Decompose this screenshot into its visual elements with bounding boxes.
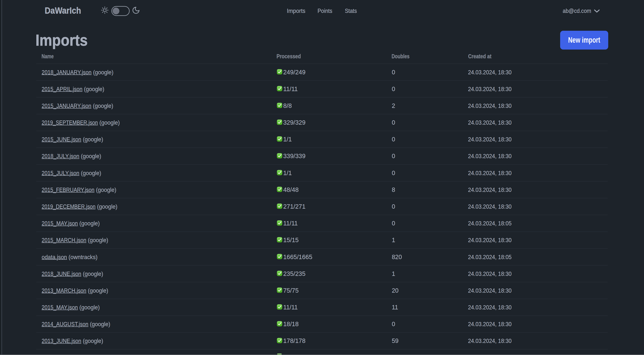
svg-text:Stats: Stats <box>345 8 357 14</box>
svg-text:(google): (google) <box>80 220 100 227</box>
svg-text:0: 0 <box>392 136 395 143</box>
svg-text:Name: Name <box>42 53 54 60</box>
svg-text:24.03.2024, 18:30: 24.03.2024, 18:30 <box>468 136 512 143</box>
svg-text:2019_SEPTEMBER.json: 2019_SEPTEMBER.json <box>42 119 98 126</box>
svg-text:24.03.2024, 18:30: 24.03.2024, 18:30 <box>468 237 512 243</box>
svg-text:0: 0 <box>392 220 395 227</box>
svg-text:2015_JANUARY.json: 2015_JANUARY.json <box>42 102 91 109</box>
svg-text:1/1: 1/1 <box>283 136 292 143</box>
svg-text:DaWarIch: DaWarIch <box>45 5 81 16</box>
svg-text:24.03.2024, 18:30: 24.03.2024, 18:30 <box>468 304 512 311</box>
svg-text:(google): (google) <box>83 338 103 344</box>
svg-text:2015_JULY.json: 2015_JULY.json <box>42 170 80 176</box>
svg-text:1: 1 <box>392 271 395 277</box>
svg-text:2015_JUNE.json: 2015_JUNE.json <box>42 136 81 143</box>
svg-text:(google): (google) <box>88 287 108 294</box>
svg-text:1: 1 <box>392 237 395 243</box>
svg-text:2019_DECEMBER.json: 2019_DECEMBER.json <box>42 203 96 210</box>
svg-text:2018_JANUARY.json: 2018_JANUARY.json <box>42 69 92 75</box>
svg-text:24.03.2024, 18:30: 24.03.2024, 18:30 <box>468 338 512 344</box>
svg-text:0: 0 <box>392 69 395 76</box>
svg-text:(google): (google) <box>100 119 120 126</box>
svg-text:2013_MARCH.json: 2013_MARCH.json <box>42 287 86 294</box>
svg-text:(google): (google) <box>81 153 101 159</box>
svg-text:(google): (google) <box>96 186 116 193</box>
svg-text:0: 0 <box>392 153 395 159</box>
svg-text:2015_MAY.json: 2015_MAY.json <box>42 304 78 311</box>
svg-text:329/329: 329/329 <box>283 119 306 126</box>
svg-text:11/11: 11/11 <box>283 304 298 311</box>
svg-text:(google): (google) <box>80 304 100 311</box>
svg-text:2015_FEBRUARY.json: 2015_FEBRUARY.json <box>42 186 94 193</box>
svg-text:24.03.2024, 18:30: 24.03.2024, 18:30 <box>468 321 512 328</box>
svg-text:2: 2 <box>392 102 395 109</box>
svg-text:(google): (google) <box>88 237 108 243</box>
svg-text:2018_JULY.json: 2018_JULY.json <box>42 153 80 159</box>
svg-text:24.03.2024, 18:30: 24.03.2024, 18:30 <box>468 85 512 92</box>
svg-text:24.03.2024, 18:30: 24.03.2024, 18:30 <box>468 69 512 75</box>
svg-text:2015_MARCH.json: 2015_MARCH.json <box>42 237 86 243</box>
svg-text:Doubles: Doubles <box>392 53 410 59</box>
svg-text:Processed: Processed <box>276 53 301 60</box>
svg-text:24.03.2024, 18:30: 24.03.2024, 18:30 <box>468 287 512 294</box>
svg-text:(google): (google) <box>93 102 113 109</box>
svg-text:15/15: 15/15 <box>283 237 299 243</box>
svg-text:(owntracks): (owntracks) <box>68 254 98 260</box>
svg-text:249/249: 249/249 <box>283 69 306 76</box>
svg-text:0: 0 <box>392 321 395 328</box>
svg-text:235/235: 235/235 <box>283 270 306 277</box>
svg-text:178/178: 178/178 <box>283 337 306 344</box>
svg-text:1665/1665: 1665/1665 <box>283 254 312 260</box>
svg-text:(google): (google) <box>84 86 104 92</box>
svg-text:24.03.2024, 18:30: 24.03.2024, 18:30 <box>468 119 512 126</box>
svg-text:18/18: 18/18 <box>283 321 299 328</box>
svg-text:820: 820 <box>392 254 402 260</box>
svg-text:24.03.2024, 18:30: 24.03.2024, 18:30 <box>468 153 512 159</box>
svg-text:20: 20 <box>392 287 398 294</box>
svg-text:24.03.2024, 18:30: 24.03.2024, 18:30 <box>468 270 512 277</box>
svg-text:(google): (google) <box>83 271 103 277</box>
svg-text:Points: Points <box>318 8 332 14</box>
svg-text:New import: New import <box>568 35 600 44</box>
svg-text:8: 8 <box>392 186 395 193</box>
svg-text:24.03.2024, 18:05: 24.03.2024, 18:05 <box>468 254 512 260</box>
svg-text:24.03.2024, 18:30: 24.03.2024, 18:30 <box>468 169 512 176</box>
svg-text:2018_JUNE.json: 2018_JUNE.json <box>42 271 81 277</box>
svg-text:11/11: 11/11 <box>283 85 298 92</box>
svg-text:1/1: 1/1 <box>283 169 292 176</box>
svg-text:24.03.2024, 18:30: 24.03.2024, 18:30 <box>468 102 512 109</box>
svg-text:24.03.2024, 18:30: 24.03.2024, 18:30 <box>468 186 512 193</box>
svg-text:(google): (google) <box>90 321 110 328</box>
svg-text:11: 11 <box>392 304 398 311</box>
svg-text:2014_AUGUST.json: 2014_AUGUST.json <box>42 321 88 327</box>
svg-text:24.03.2024, 18:30: 24.03.2024, 18:30 <box>468 203 512 210</box>
svg-text:(google): (google) <box>81 170 101 176</box>
svg-text:48/48: 48/48 <box>283 186 299 193</box>
svg-text:59: 59 <box>392 338 398 344</box>
svg-text:(google): (google) <box>83 136 103 143</box>
svg-text:271/271: 271/271 <box>283 203 306 210</box>
svg-text:339/339: 339/339 <box>283 153 306 159</box>
svg-text:ab@cd.com: ab@cd.com <box>563 8 591 14</box>
svg-text:(google): (google) <box>93 69 113 76</box>
svg-text:0: 0 <box>392 203 395 210</box>
svg-text:8/8: 8/8 <box>283 102 292 109</box>
svg-text:24.03.2024, 18:05: 24.03.2024, 18:05 <box>468 220 512 227</box>
svg-text:2015_MAY.json: 2015_MAY.json <box>42 220 78 227</box>
svg-text:Created at: Created at <box>468 53 492 60</box>
svg-text:0: 0 <box>392 119 395 126</box>
svg-text:11/11: 11/11 <box>283 220 298 227</box>
svg-text:(google): (google) <box>97 203 118 210</box>
svg-text:Imports: Imports <box>287 8 305 14</box>
svg-text:2013_JUNE.json: 2013_JUNE.json <box>42 338 81 344</box>
svg-text:Imports: Imports <box>36 31 88 49</box>
svg-text:0: 0 <box>392 170 395 176</box>
svg-text:0: 0 <box>392 86 395 92</box>
svg-text:75/75: 75/75 <box>283 287 299 294</box>
svg-text:2015_APRIL.json: 2015_APRIL.json <box>42 86 82 92</box>
